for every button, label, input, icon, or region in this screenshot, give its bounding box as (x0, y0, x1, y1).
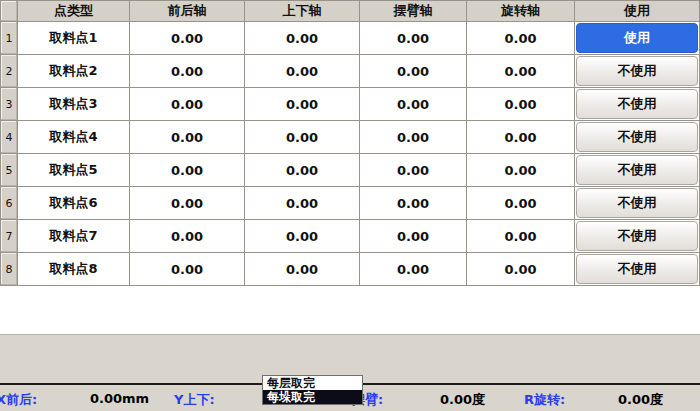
point-name-cell[interactable]: 取料点2 (18, 55, 130, 88)
header-gutter (0, 0, 18, 22)
front-back-value-cell[interactable]: 0.00 (130, 88, 245, 121)
use-toggle-button[interactable]: 使用 (576, 23, 698, 53)
point-name-cell[interactable]: 取料点8 (18, 253, 130, 286)
table-row: 2 取料点2 0.00 0.00 0.00 0.00 不使用 (0, 55, 700, 88)
swing-value-cell[interactable]: 0.00 (360, 253, 467, 286)
use-toggle-button[interactable]: 不使用 (576, 155, 698, 185)
use-toggle-button[interactable]: 不使用 (576, 122, 698, 152)
row-number: 6 (0, 187, 18, 220)
swing-value-cell[interactable]: 0.00 (360, 220, 467, 253)
r-axis-value: 0.00度 (618, 391, 663, 409)
use-toggle-button[interactable]: 不使用 (576, 56, 698, 86)
table-header-row: 点类型 前后轴 上下轴 摆臂轴 旋转轴 使用 (0, 0, 700, 22)
header-point-type: 点类型 (18, 0, 130, 22)
table-row: 7 取料点7 0.00 0.00 0.00 0.00 不使用 (0, 220, 700, 253)
rotate-value-cell[interactable]: 0.00 (467, 22, 575, 55)
row-number: 7 (0, 220, 18, 253)
rotate-value-cell[interactable]: 0.00 (467, 154, 575, 187)
header-swing-arm-axis: 摆臂轴 (360, 0, 467, 22)
up-down-value-cell[interactable]: 0.00 (245, 88, 360, 121)
up-down-value-cell[interactable]: 0.00 (245, 187, 360, 220)
front-back-value-cell[interactable]: 0.00 (130, 22, 245, 55)
row-number: 8 (0, 253, 18, 286)
up-down-value-cell[interactable]: 0.00 (245, 220, 360, 253)
mode-option-each-layer[interactable]: 每层取完 (263, 376, 362, 390)
use-cell: 不使用 (575, 253, 700, 286)
table-empty-area (0, 286, 700, 334)
x-axis-value: 0.00mm (90, 391, 149, 406)
up-down-value-cell[interactable]: 0.00 (245, 154, 360, 187)
x-axis-label: X前后: (0, 391, 37, 409)
swing-value-cell[interactable]: 0.00 (360, 55, 467, 88)
front-back-value-cell[interactable]: 0.00 (130, 253, 245, 286)
header-use: 使用 (575, 0, 700, 22)
front-back-value-cell[interactable]: 0.00 (130, 220, 245, 253)
swing-value-cell[interactable]: 0.00 (360, 154, 467, 187)
swing-value-cell[interactable]: 0.00 (360, 22, 467, 55)
rotate-value-cell[interactable]: 0.00 (467, 220, 575, 253)
table-row: 8 取料点8 0.00 0.00 0.00 0.00 不使用 (0, 253, 700, 286)
point-name-cell[interactable]: 取料点3 (18, 88, 130, 121)
use-cell: 不使用 (575, 121, 700, 154)
row-number: 3 (0, 88, 18, 121)
swing-value-cell[interactable]: 0.00 (360, 121, 467, 154)
pick-points-table: 点类型 前后轴 上下轴 摆臂轴 旋转轴 使用 1 取料点1 0.00 0.00 … (0, 0, 700, 286)
table-row: 3 取料点3 0.00 0.00 0.00 0.00 不使用 (0, 88, 700, 121)
front-back-value-cell[interactable]: 0.00 (130, 187, 245, 220)
up-down-value-cell[interactable]: 0.00 (245, 121, 360, 154)
swing-value-cell[interactable]: 0.00 (360, 88, 467, 121)
front-back-value-cell[interactable]: 0.00 (130, 154, 245, 187)
r-axis-label: R旋转: (524, 391, 565, 409)
y-axis-label: Y上下: (174, 391, 215, 409)
rotate-value-cell[interactable]: 0.00 (467, 88, 575, 121)
point-name-cell[interactable]: 取料点1 (18, 22, 130, 55)
use-cell: 不使用 (575, 55, 700, 88)
point-name-cell[interactable]: 取料点6 (18, 187, 130, 220)
table-row: 1 取料点1 0.00 0.00 0.00 0.00 使用 (0, 22, 700, 55)
use-cell: 使用 (575, 22, 700, 55)
use-cell: 不使用 (575, 88, 700, 121)
row-number: 5 (0, 154, 18, 187)
use-toggle-button[interactable]: 不使用 (576, 188, 698, 218)
point-name-cell[interactable]: 取料点5 (18, 154, 130, 187)
row-number: 4 (0, 121, 18, 154)
front-back-value-cell[interactable]: 0.00 (130, 55, 245, 88)
use-toggle-button[interactable]: 不使用 (576, 89, 698, 119)
rotate-value-cell[interactable]: 0.00 (467, 121, 575, 154)
point-name-cell[interactable]: 取料点7 (18, 220, 130, 253)
up-down-value-cell[interactable]: 0.00 (245, 55, 360, 88)
mode-dropdown-list: 每层取完 每垛取完 (262, 375, 363, 405)
table-row: 5 取料点5 0.00 0.00 0.00 0.00 不使用 (0, 154, 700, 187)
up-down-value-cell[interactable]: 0.00 (245, 253, 360, 286)
rotate-value-cell[interactable]: 0.00 (467, 55, 575, 88)
header-up-down-axis: 上下轴 (245, 0, 360, 22)
point-name-cell[interactable]: 取料点4 (18, 121, 130, 154)
mode-option-each-stack[interactable]: 每垛取完 (263, 390, 362, 404)
front-back-value-cell[interactable]: 0.00 (130, 121, 245, 154)
swing-value-cell[interactable]: 0.00 (360, 187, 467, 220)
use-toggle-button[interactable]: 不使用 (576, 221, 698, 251)
table-row: 4 取料点4 0.00 0.00 0.00 0.00 不使用 (0, 121, 700, 154)
rotate-value-cell[interactable]: 0.00 (467, 187, 575, 220)
swing-axis-value: 0.00度 (440, 391, 485, 409)
row-number: 2 (0, 55, 18, 88)
header-front-back-axis: 前后轴 (130, 0, 245, 22)
use-cell: 不使用 (575, 187, 700, 220)
use-cell: 不使用 (575, 154, 700, 187)
up-down-value-cell[interactable]: 0.00 (245, 22, 360, 55)
row-number: 1 (0, 22, 18, 55)
use-toggle-button[interactable]: 不使用 (576, 254, 698, 284)
use-cell: 不使用 (575, 220, 700, 253)
header-rotate-axis: 旋转轴 (467, 0, 575, 22)
rotate-value-cell[interactable]: 0.00 (467, 253, 575, 286)
table-row: 6 取料点6 0.00 0.00 0.00 0.00 不使用 (0, 187, 700, 220)
